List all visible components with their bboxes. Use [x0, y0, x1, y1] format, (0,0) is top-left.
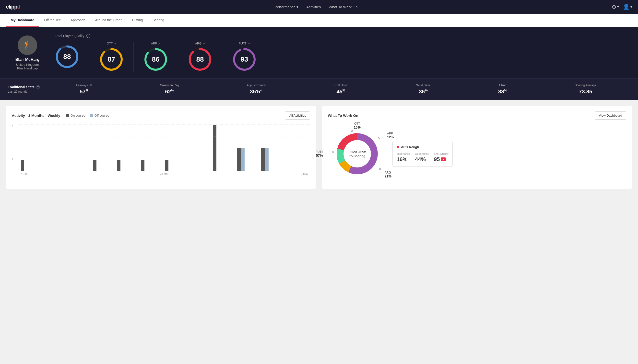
all-activities-button[interactable]: All Activities — [285, 112, 310, 120]
tab-off-the-tee[interactable]: Off the Tee — [39, 14, 66, 27]
grid-line-2 — [19, 148, 310, 148]
bar-group-2 — [69, 171, 92, 171]
view-dashboard-button[interactable]: View Dashboard — [595, 112, 626, 120]
ott-value: 87 — [107, 56, 115, 63]
circle-ott: 87 — [99, 47, 124, 72]
scores-label: Total Player Quality ? — [55, 34, 630, 38]
nav-activities[interactable]: Activities — [306, 5, 321, 9]
chart-body — [19, 124, 310, 171]
y-label-0: 0 — [12, 168, 13, 171]
traditional-stats-label: Traditional Stats ? — [8, 85, 42, 89]
bar-group-4 — [117, 160, 140, 171]
app-value: 86 — [152, 56, 159, 63]
player-handicap: Plus Handicap — [17, 66, 38, 70]
ott-label: OTT ↗ — [107, 42, 116, 45]
hero-section: 🏌️ Blair McHarg United Kingdom Plus Hand… — [0, 27, 638, 78]
stats-bar: Traditional Stats ? Last 20 rounds Fairw… — [0, 78, 638, 100]
stat-app-proximity: App. Proximity 35'5" — [247, 84, 266, 95]
bar-group-3 — [93, 160, 116, 171]
legend-on-course: On course — [66, 114, 85, 117]
stat-sand-save: Sand Save 36% — [416, 84, 431, 95]
help-icon[interactable]: ? — [86, 34, 90, 38]
app-label: APP ↗ — [151, 42, 160, 45]
stat-rounds: Last 20 rounds — [8, 90, 42, 94]
bar-5-on — [141, 160, 144, 171]
bar-group-5 — [141, 160, 164, 171]
stat-scoring-average: Scoring Average 73.85 — [575, 84, 596, 95]
scores-section: Total Player Quality ? 88 OTT ↗ — [55, 34, 630, 72]
stat-fairways-hit: Fairways Hit 57% — [76, 84, 92, 95]
bar-2-on — [69, 171, 72, 171]
nav-performance[interactable]: Performance ▾ — [274, 5, 298, 9]
x-axis: 7 Feb 28 Mar 9 May — [19, 172, 310, 175]
donut-label-app: APP 12% — [387, 132, 394, 139]
y-label-3: 3 — [12, 136, 13, 138]
stat-greens-in-reg: Greens In Reg 62% — [160, 84, 179, 95]
bar-0-on — [21, 160, 24, 171]
tab-around-the-green[interactable]: Around the Green — [90, 14, 127, 27]
nav-links: Performance ▾ Activities What To Work On — [274, 5, 357, 9]
add-button[interactable]: ⊕ ▾ — [612, 4, 619, 10]
tab-my-dashboard[interactable]: My Dashboard — [6, 14, 39, 27]
grid-line-3 — [19, 136, 310, 136]
flag-badge: ▼ — [441, 158, 446, 161]
player-country: United Kingdom — [16, 63, 39, 66]
y-label-2: 2 — [12, 146, 13, 149]
score-total-value: 88 — [63, 53, 71, 61]
player-info: 🏌️ Blair McHarg United Kingdom Plus Hand… — [8, 36, 47, 70]
score-app: APP ↗ 86 — [134, 42, 178, 72]
putt-label: PUTT ↗ — [239, 42, 250, 45]
arg-shot-quality-value: 95 ▼ — [434, 156, 449, 162]
bottom-section: Activity - 3 Months - Weekly On course O… — [0, 100, 638, 195]
ott-arrow-icon: ↗ — [114, 42, 116, 45]
donut-center-text: Importance To Scoring — [349, 149, 366, 158]
arg-card-title: ARG Rough — [397, 145, 449, 149]
grid-line-1 — [19, 160, 310, 160]
arg-label: ARG ↗ — [195, 42, 205, 45]
arg-value: 88 — [196, 56, 204, 63]
arg-stat-opportunity: Opportunity 44% — [415, 152, 429, 162]
stat-updown-value: 45% — [333, 88, 348, 95]
donut-label-putt: PUTT 57% — [316, 150, 323, 158]
chevron-down-icon: ▾ — [297, 5, 298, 9]
stats-help-icon[interactable]: ? — [36, 85, 40, 89]
bar-3-on — [93, 160, 96, 171]
user-menu[interactable]: 👤 ▾ — [623, 4, 632, 10]
bar-1-on — [45, 171, 48, 171]
chart-legend: On course Off course — [66, 114, 109, 117]
grid-line-4 — [19, 124, 310, 125]
x-label-may: 9 May — [301, 172, 308, 175]
y-label-1: 1 — [12, 158, 13, 160]
stat-label-block: Traditional Stats ? Last 20 rounds — [8, 85, 42, 94]
app-arrow-icon: ↗ — [158, 42, 160, 45]
stat-greens-value: 62% — [160, 88, 179, 95]
circle-app: 86 — [143, 47, 168, 72]
user-icon: 👤 — [623, 4, 629, 10]
stat-scoring-value: 73.85 — [575, 88, 596, 95]
score-arg: ARG ↗ 88 — [178, 42, 222, 72]
arg-importance-value: 16% — [397, 156, 410, 162]
bar-11-on — [285, 171, 289, 171]
scores-grid: 88 OTT ↗ 87 AP — [55, 42, 630, 72]
stat-1putt-value: 33% — [498, 88, 507, 95]
bar-group-0 — [21, 160, 44, 171]
tab-approach[interactable]: Approach — [66, 14, 90, 27]
tab-scoring[interactable]: Scoring — [148, 14, 169, 27]
x-label-feb: 7 Feb — [21, 172, 28, 175]
user-dropdown-arrow: ▾ — [630, 5, 632, 9]
tab-bar: My Dashboard Off the Tee Approach Around… — [0, 14, 638, 27]
stat-up-and-down: Up & Down 45% — [333, 84, 348, 95]
wtwon-header: What To Work On View Dashboard — [328, 112, 626, 120]
arg-detail-card: ARG Rough Importance 16% Opportunity 44%… — [392, 141, 453, 167]
donut-section: OTT 10% APP 12% ARG 21% PUTT 57% — [328, 124, 626, 183]
plus-circle-icon: ⊕ — [612, 4, 616, 10]
y-axis: 4 3 2 1 0 — [12, 124, 13, 171]
bar-7-on — [189, 171, 192, 171]
stat-1-putt: 1 Putt 33% — [498, 84, 507, 95]
wtwon-title: What To Work On — [328, 114, 358, 118]
tab-putting[interactable]: Putting — [127, 14, 148, 27]
putt-value: 93 — [241, 56, 248, 63]
bar-4-on — [117, 160, 120, 171]
bar-group-7 — [189, 171, 212, 171]
nav-what-to-work-on[interactable]: What To Work On — [329, 5, 358, 9]
